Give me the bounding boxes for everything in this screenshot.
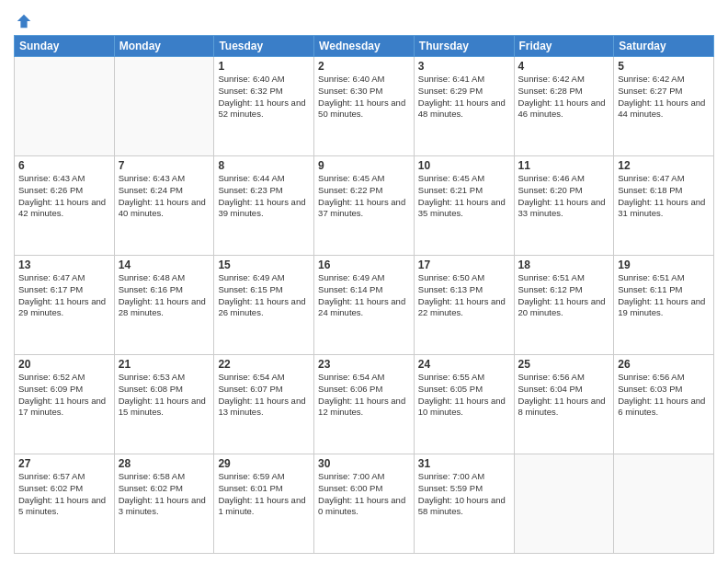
day-number: 24 xyxy=(418,358,510,371)
day-detail: Sunrise: 6:43 AM Sunset: 6:26 PM Dayligh… xyxy=(18,173,110,220)
day-detail: Sunrise: 6:47 AM Sunset: 6:18 PM Dayligh… xyxy=(618,173,710,220)
day-number: 2 xyxy=(318,60,410,73)
weekday-header: Tuesday xyxy=(214,36,314,57)
day-number: 29 xyxy=(218,457,310,470)
weekday-header: Saturday xyxy=(614,36,714,57)
calendar-cell: 2Sunrise: 6:40 AM Sunset: 6:30 PM Daylig… xyxy=(314,57,415,156)
calendar-cell xyxy=(15,57,115,156)
day-detail: Sunrise: 6:45 AM Sunset: 6:22 PM Dayligh… xyxy=(318,173,410,220)
calendar-cell: 24Sunrise: 6:55 AM Sunset: 6:05 PM Dayli… xyxy=(414,355,514,454)
day-detail: Sunrise: 6:46 AM Sunset: 6:20 PM Dayligh… xyxy=(518,173,610,220)
calendar-cell xyxy=(114,57,214,156)
day-number: 13 xyxy=(18,259,110,271)
calendar-cell: 17Sunrise: 6:50 AM Sunset: 6:13 PM Dayli… xyxy=(414,256,514,355)
day-detail: Sunrise: 6:56 AM Sunset: 6:03 PM Dayligh… xyxy=(618,372,710,419)
calendar-cell: 27Sunrise: 6:57 AM Sunset: 6:02 PM Dayli… xyxy=(15,454,115,554)
day-number: 5 xyxy=(618,60,710,73)
day-number: 16 xyxy=(318,259,410,271)
day-detail: Sunrise: 7:00 AM Sunset: 6:00 PM Dayligh… xyxy=(318,471,410,518)
calendar-cell: 21Sunrise: 6:53 AM Sunset: 6:08 PM Dayli… xyxy=(114,355,214,454)
calendar-cell: 13Sunrise: 6:47 AM Sunset: 6:17 PM Dayli… xyxy=(15,256,115,355)
logo xyxy=(14,9,32,29)
day-number: 25 xyxy=(518,358,610,371)
day-detail: Sunrise: 6:45 AM Sunset: 6:21 PM Dayligh… xyxy=(418,173,510,220)
weekday-header-row: SundayMondayTuesdayWednesdayThursdayFrid… xyxy=(15,36,714,57)
day-detail: Sunrise: 6:52 AM Sunset: 6:09 PM Dayligh… xyxy=(18,372,110,419)
calendar-cell: 23Sunrise: 6:54 AM Sunset: 6:06 PM Dayli… xyxy=(314,355,415,454)
day-number: 19 xyxy=(618,259,710,271)
day-detail: Sunrise: 6:51 AM Sunset: 6:12 PM Dayligh… xyxy=(518,272,610,319)
calendar-cell: 29Sunrise: 6:59 AM Sunset: 6:01 PM Dayli… xyxy=(214,454,314,554)
week-row: 13Sunrise: 6:47 AM Sunset: 6:17 PM Dayli… xyxy=(15,256,714,355)
week-row: 27Sunrise: 6:57 AM Sunset: 6:02 PM Dayli… xyxy=(15,454,714,554)
day-detail: Sunrise: 6:48 AM Sunset: 6:16 PM Dayligh… xyxy=(119,272,210,319)
day-number: 4 xyxy=(518,60,610,73)
day-detail: Sunrise: 6:49 AM Sunset: 6:14 PM Dayligh… xyxy=(318,272,410,319)
calendar-cell: 4Sunrise: 6:42 AM Sunset: 6:28 PM Daylig… xyxy=(514,57,614,156)
calendar-cell: 7Sunrise: 6:43 AM Sunset: 6:24 PM Daylig… xyxy=(114,156,214,256)
page: SundayMondayTuesdayWednesdayThursdayFrid… xyxy=(0,0,728,563)
logo-icon xyxy=(16,13,32,29)
day-detail: Sunrise: 6:47 AM Sunset: 6:17 PM Dayligh… xyxy=(18,272,110,319)
day-detail: Sunrise: 6:44 AM Sunset: 6:23 PM Dayligh… xyxy=(218,173,310,220)
day-number: 20 xyxy=(18,358,110,371)
calendar-cell: 22Sunrise: 6:54 AM Sunset: 6:07 PM Dayli… xyxy=(214,355,314,454)
week-row: 20Sunrise: 6:52 AM Sunset: 6:09 PM Dayli… xyxy=(15,355,714,454)
day-number: 14 xyxy=(119,259,210,271)
calendar-cell: 30Sunrise: 7:00 AM Sunset: 6:00 PM Dayli… xyxy=(314,454,415,554)
calendar-cell xyxy=(614,454,714,554)
day-detail: Sunrise: 6:54 AM Sunset: 6:06 PM Dayligh… xyxy=(318,372,410,419)
day-number: 11 xyxy=(518,159,610,172)
day-number: 9 xyxy=(318,159,410,172)
day-number: 31 xyxy=(418,457,510,470)
weekday-header: Monday xyxy=(114,36,214,57)
day-number: 23 xyxy=(318,358,410,371)
calendar-cell: 9Sunrise: 6:45 AM Sunset: 6:22 PM Daylig… xyxy=(314,156,415,256)
calendar-cell: 5Sunrise: 6:42 AM Sunset: 6:27 PM Daylig… xyxy=(614,57,714,156)
day-number: 18 xyxy=(518,259,610,271)
day-number: 7 xyxy=(119,159,210,172)
day-number: 1 xyxy=(218,60,310,73)
day-detail: Sunrise: 6:56 AM Sunset: 6:04 PM Dayligh… xyxy=(518,372,610,419)
calendar-table: SundayMondayTuesdayWednesdayThursdayFrid… xyxy=(14,35,714,554)
calendar-cell: 11Sunrise: 6:46 AM Sunset: 6:20 PM Dayli… xyxy=(514,156,614,256)
day-detail: Sunrise: 6:40 AM Sunset: 6:30 PM Dayligh… xyxy=(318,74,410,121)
day-number: 26 xyxy=(618,358,710,371)
day-detail: Sunrise: 6:49 AM Sunset: 6:15 PM Dayligh… xyxy=(218,272,310,319)
calendar-cell: 26Sunrise: 6:56 AM Sunset: 6:03 PM Dayli… xyxy=(614,355,714,454)
calendar-cell: 31Sunrise: 7:00 AM Sunset: 5:59 PM Dayli… xyxy=(414,454,514,554)
calendar-cell: 25Sunrise: 6:56 AM Sunset: 6:04 PM Dayli… xyxy=(514,355,614,454)
day-detail: Sunrise: 6:55 AM Sunset: 6:05 PM Dayligh… xyxy=(418,372,510,419)
day-number: 8 xyxy=(218,159,310,172)
calendar-cell: 16Sunrise: 6:49 AM Sunset: 6:14 PM Dayli… xyxy=(314,256,415,355)
day-detail: Sunrise: 7:00 AM Sunset: 5:59 PM Dayligh… xyxy=(418,471,510,518)
calendar-cell: 14Sunrise: 6:48 AM Sunset: 6:16 PM Dayli… xyxy=(114,256,214,355)
calendar-cell: 8Sunrise: 6:44 AM Sunset: 6:23 PM Daylig… xyxy=(214,156,314,256)
day-detail: Sunrise: 6:43 AM Sunset: 6:24 PM Dayligh… xyxy=(119,173,210,220)
calendar-cell: 15Sunrise: 6:49 AM Sunset: 6:15 PM Dayli… xyxy=(214,256,314,355)
calendar-cell: 19Sunrise: 6:51 AM Sunset: 6:11 PM Dayli… xyxy=(614,256,714,355)
day-detail: Sunrise: 6:42 AM Sunset: 6:27 PM Dayligh… xyxy=(618,74,710,121)
day-detail: Sunrise: 6:41 AM Sunset: 6:29 PM Dayligh… xyxy=(418,74,510,121)
day-number: 22 xyxy=(218,358,310,371)
calendar-cell: 20Sunrise: 6:52 AM Sunset: 6:09 PM Dayli… xyxy=(15,355,115,454)
day-number: 17 xyxy=(418,259,510,271)
calendar-cell: 12Sunrise: 6:47 AM Sunset: 6:18 PM Dayli… xyxy=(614,156,714,256)
day-detail: Sunrise: 6:42 AM Sunset: 6:28 PM Dayligh… xyxy=(518,74,610,121)
day-detail: Sunrise: 6:51 AM Sunset: 6:11 PM Dayligh… xyxy=(618,272,710,319)
calendar-cell: 10Sunrise: 6:45 AM Sunset: 6:21 PM Dayli… xyxy=(414,156,514,256)
day-detail: Sunrise: 6:57 AM Sunset: 6:02 PM Dayligh… xyxy=(18,471,110,518)
day-number: 3 xyxy=(418,60,510,73)
day-number: 27 xyxy=(18,457,110,470)
day-number: 10 xyxy=(418,159,510,172)
calendar-cell: 1Sunrise: 6:40 AM Sunset: 6:32 PM Daylig… xyxy=(214,57,314,156)
day-detail: Sunrise: 6:53 AM Sunset: 6:08 PM Dayligh… xyxy=(119,372,210,419)
calendar-cell: 18Sunrise: 6:51 AM Sunset: 6:12 PM Dayli… xyxy=(514,256,614,355)
day-number: 21 xyxy=(119,358,210,371)
calendar-cell: 28Sunrise: 6:58 AM Sunset: 6:02 PM Dayli… xyxy=(114,454,214,554)
header xyxy=(14,9,714,29)
weekday-header: Sunday xyxy=(15,36,115,57)
week-row: 6Sunrise: 6:43 AM Sunset: 6:26 PM Daylig… xyxy=(15,156,714,256)
day-number: 30 xyxy=(318,457,410,470)
day-detail: Sunrise: 6:58 AM Sunset: 6:02 PM Dayligh… xyxy=(119,471,210,518)
